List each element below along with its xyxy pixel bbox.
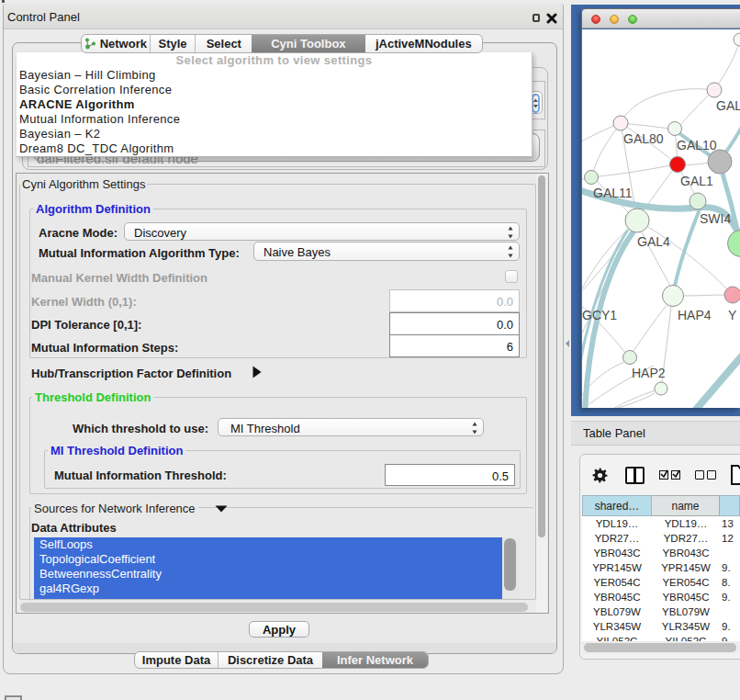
svg-text:GAL11: GAL11 <box>593 186 633 200</box>
svg-text:GAL10: GAL10 <box>677 138 717 152</box>
svg-text:GCY1: GCY1 <box>582 308 617 322</box>
svg-text:GAL4: GAL4 <box>637 234 670 249</box>
svg-text:SWI4: SWI4 <box>700 211 731 226</box>
svg-text:Y: Y <box>728 308 737 322</box>
svg-text:HAP4: HAP4 <box>678 308 712 322</box>
svg-text:GAL1: GAL1 <box>680 174 713 188</box>
svg-text:GAL: GAL <box>716 98 740 113</box>
svg-text:HAP2: HAP2 <box>632 366 666 380</box>
svg-text:GAL80: GAL80 <box>623 131 664 146</box>
